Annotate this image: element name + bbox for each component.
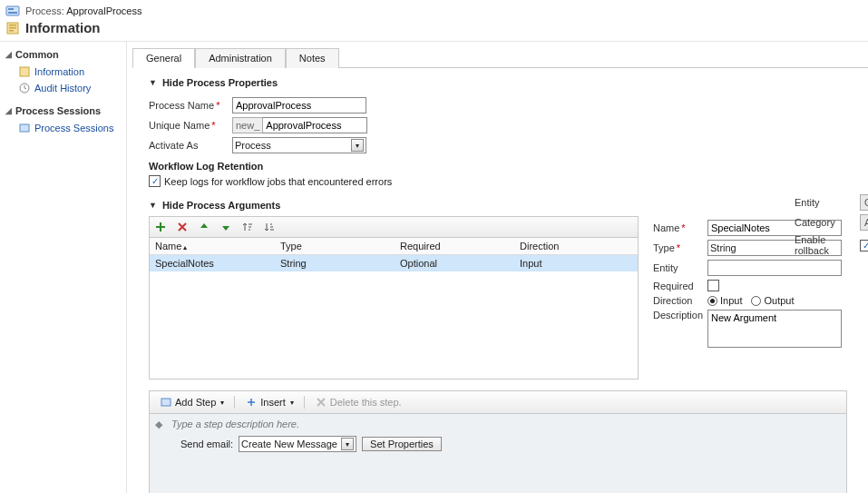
col-direction[interactable]: Direction: [514, 238, 638, 254]
info-icon: [18, 65, 31, 78]
direction-input-radio[interactable]: Input: [707, 295, 742, 306]
tab-notes[interactable]: Notes: [286, 48, 339, 68]
select-value: String: [710, 242, 736, 253]
arg-entity-input[interactable]: [707, 260, 842, 276]
svg-rect-9: [20, 124, 29, 132]
label-entity: Entity: [795, 197, 860, 208]
arguments-header-row: Name▴ Type Required Direction: [150, 238, 638, 255]
section-label: Hide Process Arguments: [162, 200, 280, 211]
sidebar-item-label: Information: [34, 66, 84, 77]
chevron-down-icon: ▼: [149, 201, 157, 210]
step-description-input[interactable]: [170, 418, 841, 430]
insert-step-button[interactable]: Insert▾: [240, 394, 298, 410]
direction-output-radio[interactable]: Output: [751, 295, 794, 306]
move-up-button[interactable]: [197, 220, 211, 234]
sort-desc-button[interactable]: [262, 220, 277, 234]
sidebar-group-common[interactable]: ◢ Common: [5, 49, 121, 60]
sidebar-item-process-sessions[interactable]: Process Sessions: [5, 120, 121, 136]
remove-argument-button[interactable]: [175, 220, 190, 234]
label-arg-required: Required: [653, 281, 707, 291]
separator: [304, 396, 305, 409]
tab-general[interactable]: General: [132, 48, 195, 68]
arg-description-input[interactable]: New Argument: [707, 310, 842, 348]
toggle-process-arguments[interactable]: ▼ Hide Process Arguments: [149, 200, 868, 211]
label-process-name: Process Name*: [149, 100, 232, 111]
caret-icon: ◢: [5, 106, 12, 115]
caret-icon: ◢: [5, 50, 12, 59]
add-step-button[interactable]: Add Step▾: [155, 394, 229, 410]
cell-type: String: [275, 255, 395, 271]
sidebar-group-label: Process Sessions: [15, 105, 101, 116]
cell-name: SpecialNotes: [150, 255, 275, 271]
tab-administration[interactable]: Administration: [195, 48, 286, 68]
enable-rollback-checkbox[interactable]: ✓: [860, 240, 868, 251]
keep-logs-checkbox[interactable]: ✓: [149, 175, 161, 187]
set-properties-button[interactable]: Set Properties: [362, 437, 442, 451]
process-name-input[interactable]: [232, 97, 366, 113]
activate-as-select[interactable]: Process ▾: [232, 137, 366, 153]
col-name[interactable]: Name▴: [150, 238, 275, 254]
arguments-grid: Name▴ Type Required Direction SpecialNot…: [149, 216, 639, 380]
category-field: Action: [860, 214, 868, 231]
svg-rect-2: [8, 12, 17, 14]
steps-toolbar: Add Step▾ Insert▾ Delete this step.: [150, 391, 846, 414]
tab-bar: General Administration Notes: [132, 47, 868, 68]
label-arg-entity: Entity: [653, 262, 707, 273]
col-required[interactable]: Required: [395, 238, 514, 254]
sidebar-item-label: Audit History: [34, 83, 91, 94]
col-type[interactable]: Type: [275, 238, 395, 254]
step-label: Send email:: [180, 439, 233, 449]
chevron-down-icon: ▾: [290, 399, 294, 407]
sessions-icon: [18, 122, 31, 134]
page-title: Information: [25, 20, 101, 35]
arg-required-checkbox[interactable]: [707, 280, 719, 291]
add-argument-button[interactable]: [153, 220, 168, 234]
add-step-icon: [160, 396, 172, 409]
sidebar-item-information[interactable]: Information: [5, 64, 121, 80]
label-unique-name: Unique Name*: [149, 120, 232, 131]
sidebar-group-process-sessions[interactable]: ◢ Process Sessions: [5, 105, 121, 116]
process-icon: [5, 4, 20, 18]
select-value: Create New Message: [241, 439, 337, 449]
svg-rect-0: [6, 6, 19, 15]
insert-icon: [245, 396, 258, 409]
unique-name-input[interactable]: [262, 117, 367, 133]
context-prefix: Process: ApprovalProcess: [25, 5, 141, 16]
section-label: Hide Process Properties: [162, 77, 278, 88]
delete-icon: [315, 396, 327, 409]
sidebar-group-label: Common: [15, 49, 59, 60]
label-activate-as: Activate As: [149, 140, 232, 151]
separator: [234, 396, 235, 409]
select-value: Process: [235, 140, 271, 151]
history-icon: [18, 82, 31, 94]
svg-rect-7: [20, 67, 29, 76]
sort-asc-button[interactable]: [240, 220, 255, 234]
send-email-select[interactable]: Create New Message ▾: [239, 436, 356, 452]
delete-step-button[interactable]: Delete this step.: [310, 394, 406, 410]
label-arg-type: Type*: [653, 242, 707, 253]
bullet-icon: ◆: [155, 419, 162, 430]
sidebar-item-audit-history[interactable]: Audit History: [5, 80, 121, 96]
move-down-button[interactable]: [219, 220, 233, 234]
svg-rect-10: [161, 399, 171, 406]
svg-rect-1: [8, 8, 14, 10]
sidebar: ◢ Common Information Audit History ◢: [0, 42, 127, 493]
steps-pane: Add Step▾ Insert▾ Delete this step.: [149, 390, 847, 493]
svg-rect-5: [9, 27, 16, 29]
label-enable-rollback: Enable rollback: [795, 234, 860, 256]
cell-required: Optional: [395, 255, 514, 271]
info-icon: [5, 21, 20, 35]
label-category: Category: [795, 217, 860, 228]
argument-row[interactable]: SpecialNotes String Optional Input: [150, 255, 638, 271]
entity-field: Opportunity: [860, 194, 868, 211]
label-arg-name: Name*: [653, 222, 707, 233]
label-arg-direction: Direction: [653, 295, 707, 306]
svg-rect-6: [9, 30, 14, 32]
svg-rect-4: [9, 25, 16, 26]
unique-name-prefix: new_: [232, 117, 262, 133]
toggle-process-properties[interactable]: ▼ Hide Process Properties: [149, 77, 868, 88]
chevron-down-icon: ▾: [220, 399, 224, 407]
chevron-down-icon: ▾: [341, 438, 354, 450]
chevron-down-icon: ▾: [351, 139, 364, 152]
arguments-toolbar: [150, 217, 638, 238]
